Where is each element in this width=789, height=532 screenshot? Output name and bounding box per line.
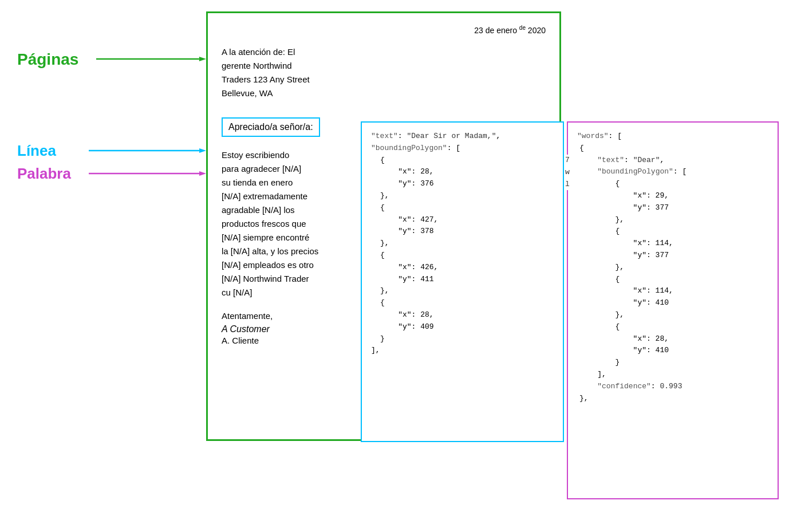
label-paginas: Páginas (17, 50, 78, 69)
label-palabra: Palabra (17, 165, 71, 183)
signature-italic-text: A Customer (222, 324, 270, 334)
json-magenta-word-obj: { "text": "Dear", "boundingPolygon": [ {… (579, 143, 768, 405)
page-address: A la atención de: El gerente Northwind T… (222, 45, 546, 100)
date-year: 2020 (528, 26, 546, 35)
json-blue-close: ], (371, 345, 554, 357)
label-linea: Línea (17, 142, 56, 160)
page-date: 23 de enero de 2020 (222, 25, 546, 35)
salutation-line: Apreciado/a señor/a: (222, 117, 320, 137)
salutation-text: Apreciado/a señor/a: (228, 122, 313, 132)
json-blue-point2: { "x": 427, "y": 378 }, (380, 202, 554, 250)
arrow-palabra (89, 170, 206, 178)
address-line2: gerente Northwind (222, 59, 546, 73)
date-sup: de (519, 25, 526, 31)
json-magenta-words-key: "words": [ (577, 131, 768, 143)
json-blue-point3: { "x": 426, "y": 411 }, (380, 250, 554, 297)
date-text: 23 de enero (474, 26, 517, 35)
json-blue-point4: { "x": 28, "y": 409 } (380, 297, 554, 345)
partial-text-middle: 7wl (565, 155, 574, 190)
json-blue-text-line: "text": "Dear Sir or Madam,", (371, 131, 554, 143)
json-box-magenta: "words": [ { "text": "Dear", "boundingPo… (567, 121, 779, 499)
address-line1: A la atención de: El (222, 45, 546, 59)
svg-marker-3 (199, 148, 206, 153)
json-blue-point1: { "x": 28, "y": 376 }, (380, 155, 554, 202)
arrow-linea (89, 147, 206, 155)
address-line3: Traders 123 Any Street (222, 73, 546, 86)
json-box-blue: "text": "Dear Sir or Madam,", "boundingP… (361, 121, 564, 442)
address-line4: Bellevue, WA (222, 86, 546, 100)
svg-marker-1 (199, 57, 206, 61)
arrow-paginas (96, 55, 206, 63)
svg-marker-5 (199, 171, 206, 176)
json-blue-bounding-key: "boundingPolygon": [ (371, 143, 554, 155)
